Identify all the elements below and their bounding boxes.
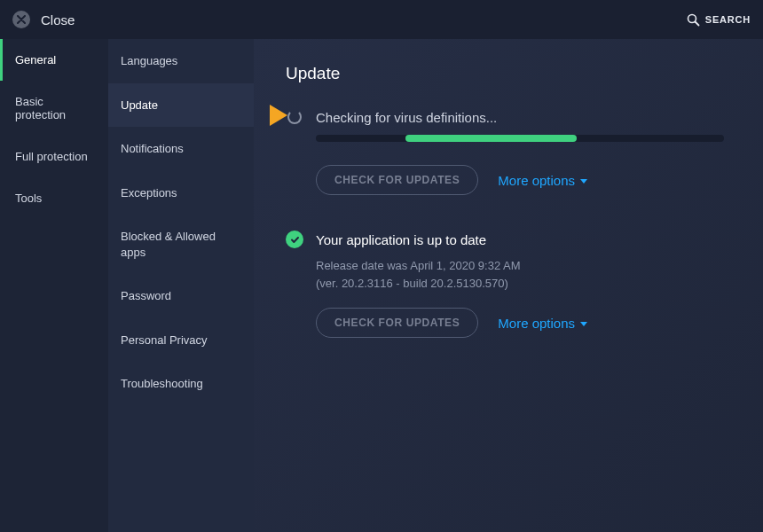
search-label: SEARCH <box>705 14 751 25</box>
close-button[interactable] <box>12 11 30 28</box>
app-version: (ver. 20.2.3116 - build 20.2.5130.570) <box>316 275 731 293</box>
nav2-item-update[interactable]: Update <box>108 83 254 128</box>
nav1-item-full-protection[interactable]: Full protection <box>0 136 108 177</box>
nav1-item-tools[interactable]: Tools <box>0 177 108 219</box>
nav2-item-password[interactable]: Password <box>108 274 254 318</box>
section-app-update: Your application is up to date Release d… <box>275 231 731 338</box>
secondary-sidebar: Languages Update Notifications Exception… <box>108 39 254 532</box>
spinner-icon <box>286 108 303 126</box>
main-panel: Update Checking for virus definitions...… <box>254 39 763 532</box>
more-options-label-app: More options <box>498 316 575 331</box>
search-button[interactable]: SEARCH <box>687 13 751 27</box>
virus-defs-progress <box>316 135 724 142</box>
nav1-item-general[interactable]: General <box>0 39 108 81</box>
primary-sidebar: General Basic protection Full protection… <box>0 39 108 532</box>
topbar: Close SEARCH <box>0 0 763 39</box>
nav2-item-blocked-allowed[interactable]: Blocked & Allowed apps <box>108 215 254 274</box>
app-update-status-text: Your application is up to date <box>316 232 486 247</box>
section-virus-definitions: Checking for virus definitions... CHECK … <box>275 108 731 195</box>
chevron-down-icon <box>580 322 587 326</box>
virus-defs-progress-fill <box>405 135 577 142</box>
nav1-item-basic-protection[interactable]: Basic protection <box>0 81 108 136</box>
app-release-date: Release date was April 1, 2020 9:32 AM <box>316 257 731 275</box>
virus-defs-status-text: Checking for virus definitions... <box>316 110 497 125</box>
close-icon <box>17 15 26 24</box>
nav2-item-notifications[interactable]: Notifications <box>108 127 254 171</box>
tutorial-pointer-icon <box>270 105 287 126</box>
page-title: Update <box>286 64 731 83</box>
svg-line-1 <box>695 21 698 25</box>
nav2-item-languages[interactable]: Languages <box>108 39 254 83</box>
check-circle-icon <box>286 231 303 248</box>
check-updates-button-defs[interactable]: CHECK FOR UPDATES <box>316 165 478 195</box>
more-options-link-defs[interactable]: More options <box>498 173 587 188</box>
search-icon <box>687 13 700 27</box>
close-label: Close <box>41 12 75 27</box>
more-options-link-app[interactable]: More options <box>498 316 587 331</box>
chevron-down-icon <box>580 179 587 184</box>
nav2-item-exceptions[interactable]: Exceptions <box>108 171 254 215</box>
check-updates-button-app[interactable]: CHECK FOR UPDATES <box>316 308 478 338</box>
nav2-item-troubleshooting[interactable]: Troubleshooting <box>108 362 254 406</box>
nav2-item-personal-privacy[interactable]: Personal Privacy <box>108 318 254 363</box>
more-options-label-defs: More options <box>498 173 575 188</box>
